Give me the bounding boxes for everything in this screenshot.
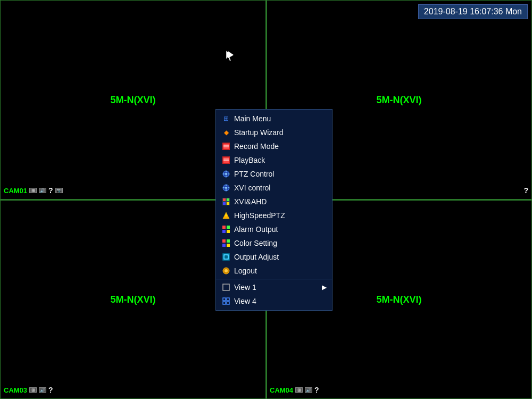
svg-rect-23 <box>227 198 229 201</box>
svg-rect-6 <box>223 157 229 163</box>
xvi-control-label: XVI control <box>234 184 327 192</box>
xvi-ahd-icon <box>221 197 231 206</box>
svg-rect-24 <box>223 202 226 205</box>
svg-rect-38 <box>225 255 228 259</box>
menu-item-alarm-output[interactable]: Alarm Output <box>216 222 332 236</box>
svg-point-27 <box>225 214 227 217</box>
view1-label: View 1 <box>234 283 322 292</box>
xvi-ahd-label: XVI&AHD <box>234 197 327 206</box>
svg-rect-25 <box>227 202 229 205</box>
ptz-control-icon <box>221 170 231 178</box>
menu-item-view1[interactable]: View 1 ▶ <box>216 280 332 294</box>
svg-rect-44 <box>223 302 226 304</box>
cam03-resolution: 5M-N(XVI) <box>111 294 156 305</box>
view1-arrow: ▶ <box>322 284 327 291</box>
datetime-badge: 2019-08-19 16:07:36 Mon <box>418 4 528 19</box>
cam04-label: CAM04 ⊞ 🔊 ? <box>270 386 319 394</box>
ptz-control-label: PTZ Control <box>234 170 327 178</box>
startup-wizard-label: Startup Wizard <box>234 128 327 137</box>
svg-rect-33 <box>227 239 230 243</box>
menu-item-color-setting[interactable]: Color Setting <box>216 236 332 250</box>
cam01-icon-audio: 🔊 <box>39 188 46 193</box>
svg-rect-35 <box>227 244 230 247</box>
xvi-control-icon <box>221 184 231 192</box>
main-menu-label: Main Menu <box>234 114 327 123</box>
menu-item-view4[interactable]: View 4 <box>216 294 332 308</box>
playback-label: PlayBack <box>234 156 327 164</box>
svg-point-40 <box>225 269 228 272</box>
record-mode-icon <box>221 142 231 151</box>
menu-item-main-menu[interactable]: ⊞ Main Menu <box>216 112 332 126</box>
svg-point-10 <box>225 173 227 175</box>
svg-rect-30 <box>222 230 226 233</box>
svg-rect-45 <box>227 302 229 304</box>
context-menu: ⊞ Main Menu ◆ Startup Wizard Record Mode <box>215 109 332 311</box>
svg-point-16 <box>225 187 227 189</box>
cam04-icon-dvr: ⊞ <box>295 387 303 393</box>
record-mode-label: Record Mode <box>234 142 327 151</box>
color-setting-icon <box>221 239 231 247</box>
menu-item-record-mode[interactable]: Record Mode <box>216 139 332 153</box>
cam04-icon-question: ? <box>314 386 319 394</box>
svg-rect-31 <box>227 230 230 233</box>
svg-rect-42 <box>223 298 226 301</box>
menu-divider <box>216 279 332 279</box>
svg-rect-41 <box>223 284 229 290</box>
menu-item-output-adjust[interactable]: Output Adjust <box>216 250 332 264</box>
menu-item-logout[interactable]: Logout <box>216 264 332 278</box>
menu-item-ptz-control[interactable]: PTZ Control <box>216 167 332 181</box>
cam03-icon-dvr: ⊞ <box>29 387 37 393</box>
svg-rect-29 <box>227 226 230 229</box>
cam03-icon-audio: 🔊 <box>39 387 46 393</box>
cam02-resolution: 5M-N(XVI) <box>377 94 422 105</box>
svg-rect-28 <box>222 226 226 229</box>
output-adjust-icon <box>221 253 231 261</box>
alarm-output-label: Alarm Output <box>234 225 327 234</box>
menu-item-startup-wizard[interactable]: ◆ Startup Wizard <box>216 126 332 139</box>
cam03-label: CAM03 ⊞ 🔊 ? <box>4 386 53 394</box>
startup-wizard-icon: ◆ <box>221 128 231 137</box>
alarm-output-icon <box>221 225 231 234</box>
logout-icon <box>221 267 231 275</box>
svg-rect-32 <box>222 239 226 243</box>
cam02-icon-question: ? <box>523 186 528 195</box>
svg-rect-22 <box>223 198 226 201</box>
cam01-resolution: 5M-N(XVI) <box>111 94 156 105</box>
cam04-icon-audio: 🔊 <box>305 387 312 393</box>
highspeed-ptz-icon <box>221 211 231 220</box>
logout-label: Logout <box>234 267 327 275</box>
menu-item-highspeed-ptz[interactable]: HighSpeedPTZ <box>216 209 332 222</box>
view4-icon <box>221 297 231 305</box>
cam01-icon-question: ? <box>48 186 53 195</box>
cam03-icon-question: ? <box>48 386 53 394</box>
color-setting-label: Color Setting <box>234 239 327 247</box>
playback-icon <box>221 156 231 164</box>
cam01-icon-dvr: ⊞ <box>29 188 37 193</box>
cam04-resolution: 5M-N(XVI) <box>377 294 422 305</box>
output-adjust-label: Output Adjust <box>234 253 327 261</box>
svg-rect-34 <box>222 244 226 247</box>
cam01-icon-snapshot: 📷 <box>55 188 63 193</box>
menu-item-playback[interactable]: PlayBack <box>216 153 332 167</box>
cam01-label: CAM01 ⊞ 🔊 ? 📷 <box>4 186 63 195</box>
menu-item-xvi-ahd[interactable]: XVI&AHD <box>216 195 332 209</box>
menu-item-xvi-control[interactable]: XVI control <box>216 181 332 195</box>
view1-icon <box>221 283 231 292</box>
view4-label: View 4 <box>234 297 327 305</box>
cam02-label: ? <box>523 186 528 195</box>
main-menu-icon: ⊞ <box>221 114 231 123</box>
svg-rect-2 <box>223 144 229 149</box>
highspeed-ptz-label: HighSpeedPTZ <box>234 211 327 220</box>
svg-rect-43 <box>227 298 229 301</box>
